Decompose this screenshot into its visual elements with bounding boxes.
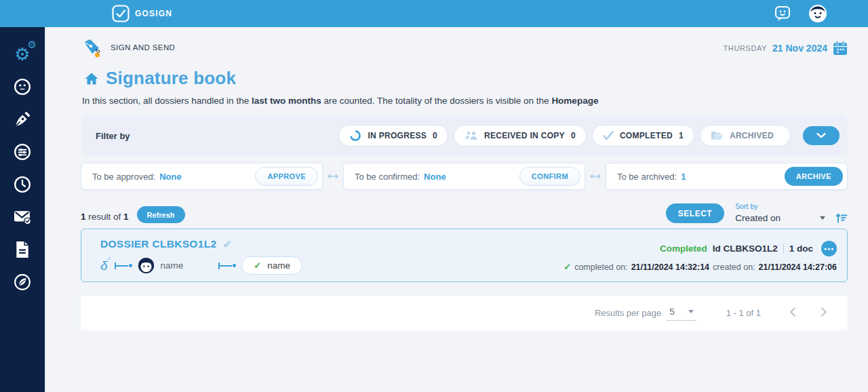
sidebar-item-profiles[interactable] <box>12 77 33 96</box>
flow-arrow <box>323 173 343 180</box>
breadcrumb-link-sign-and-send[interactable]: SIGN AND SEND <box>111 43 175 53</box>
filter-chip-archived[interactable]: ARCHIVED <box>700 125 791 146</box>
mail-check-icon <box>13 209 32 225</box>
chip-label: RECEIVED IN COPY <box>484 131 565 140</box>
section-description: In this section, all dossiers handled in… <box>81 96 848 106</box>
panel-label: To be confirmed: <box>355 172 420 182</box>
sign-and-send-icon <box>81 38 104 58</box>
dossier-card[interactable]: DOSSIER CLBKSO1L2 ✓ δ✓ name <box>81 229 848 282</box>
chevron-down-icon <box>816 133 826 138</box>
panel-label: To be archived: <box>617 172 677 182</box>
signature-glyph-icon: δ✓ <box>100 259 108 272</box>
pen-nib-icon <box>14 111 31 128</box>
completed-check-icon <box>603 131 614 140</box>
per-page-select[interactable]: 5 <box>667 305 696 321</box>
check-icon: ✓ <box>254 260 261 271</box>
sort-direction-icon[interactable] <box>835 212 848 223</box>
panel-to-be-confirmed: To be confirmed: None CONFIRM <box>343 163 585 190</box>
refresh-button[interactable]: Refresh <box>137 206 185 223</box>
per-page-caret-icon <box>688 310 694 313</box>
created-on-label: created on: <box>713 262 755 272</box>
dossier-id: Id CLBKSO1L2 <box>713 243 778 254</box>
sidebar-item-services[interactable] <box>12 142 33 161</box>
dossier-menu-button[interactable]: ●●● <box>821 241 837 256</box>
chevron-left-icon <box>789 307 796 317</box>
panel-to-be-approved: To be approved: None APPROVE <box>81 163 323 190</box>
divider <box>783 244 784 254</box>
page-title: Signature book <box>106 68 236 89</box>
dossier-title-check-icon: ✓ <box>222 238 231 250</box>
dossier-title-link[interactable]: DOSSIER CLBKSO1L2 <box>100 238 216 250</box>
archived-folder-icon <box>711 131 724 140</box>
gosign-logo: GOSIGN <box>112 5 172 22</box>
pagination-bar: Results per page 5 1 - 1 of 1 <box>81 296 848 330</box>
maps-to-arrow-icon <box>115 262 132 269</box>
clock-icon <box>14 176 31 193</box>
results-count: 1 result of 1 <box>81 212 129 223</box>
sidebar-item-admin[interactable]: ⚙ ⚙ <box>12 45 33 63</box>
approve-button[interactable]: APPROVE <box>255 167 318 186</box>
sliders-icon <box>14 143 31 161</box>
face-icon <box>14 78 31 96</box>
status-badge: Completed <box>660 243 707 254</box>
feedback-chat-icon[interactable] <box>774 5 791 22</box>
top-bar: GOSIGN <box>0 0 868 27</box>
panel-value: 1 <box>681 172 686 182</box>
sort-caret-icon[interactable] <box>820 216 825 220</box>
sidebar-item-eco[interactable] <box>12 273 33 291</box>
leaf-icon <box>14 273 31 291</box>
confirm-button[interactable]: CONFIRM <box>519 167 580 186</box>
panel-label: To be approved: <box>92 172 155 182</box>
doc-count: 1 doc <box>789 243 813 254</box>
document-icon <box>14 241 31 258</box>
created-on-value: 21/11/2024 14:27:06 <box>759 262 837 272</box>
gosign-check-icon <box>112 5 130 22</box>
chip-count: 0 <box>433 131 437 140</box>
side-navigation: ⚙ ⚙ <box>0 27 45 392</box>
next-page-button[interactable] <box>819 306 829 320</box>
sort-by-label: Sort by <box>735 202 848 210</box>
chip-label: IN PROGRESS <box>368 131 427 140</box>
received-copy-users-icon <box>465 130 478 141</box>
panel-to-be-archived: To be archived: 1 ARCHIVE <box>606 163 848 190</box>
date-display: THURSDAY 21 Nov 2024 <box>724 41 848 56</box>
main-content: SIGN AND SEND THURSDAY 21 Nov 2024 Signa… <box>45 27 868 392</box>
breadcrumb: SIGN AND SEND THURSDAY 21 Nov 2024 <box>81 38 848 58</box>
sort-dropdown[interactable]: Created on <box>735 213 781 223</box>
signer-avatar <box>138 257 155 274</box>
logo-text: GOSIGN <box>135 9 172 18</box>
sidebar-item-documents[interactable] <box>12 240 33 258</box>
sidebar-item-signature[interactable] <box>12 110 33 128</box>
filter-bar: Filter by IN PROGRESS 0 <box>81 115 848 156</box>
user-avatar[interactable] <box>808 4 827 23</box>
filter-chip-in-progress[interactable]: IN PROGRESS 0 <box>338 125 448 146</box>
approver-name: name <box>267 260 290 271</box>
archive-button[interactable]: ARCHIVE <box>785 167 843 186</box>
chip-count: 0 <box>571 131 576 140</box>
chevron-right-icon <box>821 307 827 317</box>
signer-name: name <box>161 260 184 271</box>
dossier-right: Completed Id CLBKSO1L2 1 doc ●●● ✓ compl… <box>564 238 837 281</box>
select-button[interactable]: SELECT <box>666 203 724 223</box>
weekday-label: THURSDAY <box>724 44 768 52</box>
signature-flow: δ✓ name ✓ name <box>100 256 302 275</box>
completed-on-label: completed on: <box>574 262 628 272</box>
home-icon[interactable] <box>85 73 98 85</box>
previous-page-button[interactable] <box>788 306 797 320</box>
maps-to-arrow-icon <box>218 262 236 269</box>
filter-chip-received-in-copy[interactable]: RECEIVED IN COPY 0 <box>454 125 587 146</box>
action-panels: To be approved: None APPROVE To be confi… <box>81 163 848 190</box>
calendar-icon[interactable] <box>833 41 848 56</box>
panel-value: None <box>424 172 446 182</box>
sidebar-item-mail[interactable] <box>12 208 33 226</box>
sidebar-item-history[interactable] <box>12 175 33 193</box>
completed-on-value: 21/11/2024 14:32:14 <box>631 262 709 272</box>
gear-small-icon: ⚙ <box>28 39 37 50</box>
check-icon: ✓ <box>564 262 571 272</box>
filter-chip-completed[interactable]: COMPLETED 1 <box>592 125 694 146</box>
sort-control: Sort by Created on <box>735 202 848 223</box>
flow-arrow <box>585 173 606 180</box>
dossier-left: DOSSIER CLBKSO1L2 ✓ δ✓ name <box>100 238 302 281</box>
expand-filters-button[interactable] <box>803 126 840 145</box>
chip-label: ARCHIVED <box>730 131 774 140</box>
